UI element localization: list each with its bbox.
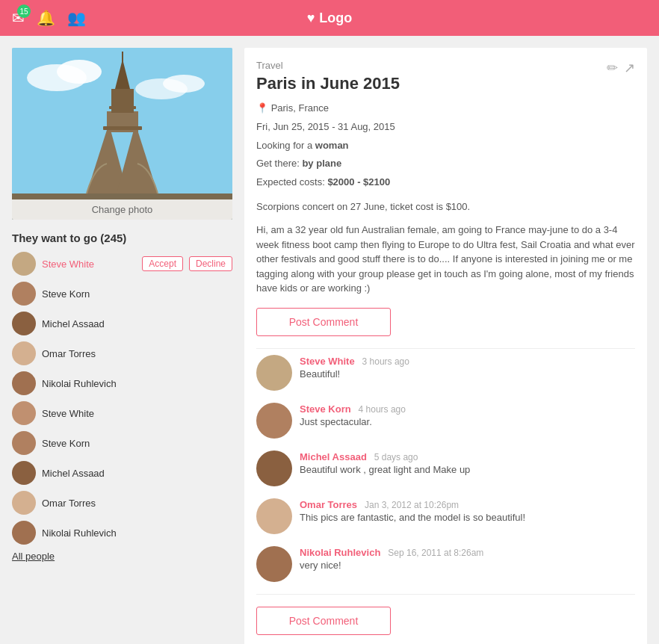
svg-rect-12 xyxy=(103,126,142,130)
comment-time: Sep 16, 2011 at 8:26am xyxy=(388,548,483,558)
divider-bottom xyxy=(256,594,635,595)
decline-button[interactable]: Decline xyxy=(189,256,232,271)
notifications-icon[interactable]: 🔔 xyxy=(37,9,55,27)
person-name[interactable]: Steve White xyxy=(42,408,232,419)
comment-time: 3 hours ago xyxy=(362,356,409,367)
comment-text: Beautiful work , great light and Make up xyxy=(300,464,635,475)
category-label: Travel xyxy=(256,60,400,71)
trip-description-2: Hi, am a 32 year old fun Australian fema… xyxy=(256,223,635,296)
trip-title: Paris in June 2015 xyxy=(256,74,400,93)
right-panel: Travel Paris in June 2015 ✏ ↗ 📍 Paris, F… xyxy=(244,48,647,644)
comment-avatar xyxy=(256,355,292,391)
post-comment-bottom-button[interactable]: Post Comment xyxy=(256,607,391,635)
logo: ♥ Logo xyxy=(307,10,353,26)
person-row: Nikolai Ruhlevich xyxy=(12,371,232,395)
comment-text: Just spectacular. xyxy=(300,416,635,427)
share-icon[interactable]: ↗ xyxy=(624,60,635,76)
accept-button[interactable]: Accept xyxy=(142,256,183,271)
svg-rect-9 xyxy=(111,89,134,113)
avatar xyxy=(12,491,36,515)
left-panel: Change photo They want to go (245) Steve… xyxy=(12,48,232,644)
photo-container[interactable]: Change photo xyxy=(12,48,232,220)
avatar xyxy=(12,371,36,395)
location-pin-icon: 📍 xyxy=(256,102,268,114)
person-name[interactable]: Nikolai Ruhlevich xyxy=(42,527,232,539)
avatar xyxy=(12,312,36,335)
svg-point-2 xyxy=(57,60,102,84)
comment-row: Steve Korn 4 hours ago Just spectacular. xyxy=(256,403,635,439)
person-row: Michel Assaad xyxy=(12,312,232,335)
trip-description-1: Scorpions concert on 27 June, ticket cos… xyxy=(256,199,635,214)
person-name[interactable]: Omar Torres xyxy=(42,348,232,359)
trip-looking-for: Looking for a woman xyxy=(256,138,635,154)
messages-badge: 15 xyxy=(17,4,31,18)
comment-content: Steve White 3 hours ago Beautiful! xyxy=(300,355,635,380)
person-row: Michel Assaad xyxy=(12,461,232,485)
person-name[interactable]: Nikolai Ruhlevich xyxy=(42,378,232,389)
person-name[interactable]: Steve Korn xyxy=(42,438,232,449)
comment-avatar xyxy=(256,451,292,486)
avatar xyxy=(12,521,36,545)
comment-text: Beautiful! xyxy=(300,368,635,380)
comment-author[interactable]: Steve White xyxy=(300,356,355,367)
svg-point-4 xyxy=(163,75,205,93)
avatar xyxy=(12,282,36,306)
they-want-title: They want to go (245) xyxy=(12,232,232,244)
eiffel-tower-image xyxy=(12,48,232,220)
comment-row: Omar Torres Jan 3, 2012 at 10:26pm This … xyxy=(256,498,635,534)
person-row: Omar Torres xyxy=(12,491,232,515)
comments-container: Steve White 3 hours ago Beautiful! Steve… xyxy=(256,355,635,582)
avatar xyxy=(12,341,36,365)
person-row: Steve Korn xyxy=(12,431,232,455)
comment-text: This pics are fantastic, and the model i… xyxy=(300,512,635,523)
post-comment-top-button[interactable]: Post Comment xyxy=(256,308,391,336)
comment-row: Michel Assaad 5 days ago Beautiful work … xyxy=(256,451,635,486)
comment-author[interactable]: Omar Torres xyxy=(300,499,357,510)
divider xyxy=(256,348,635,349)
person-name-steve-white-1[interactable]: Steve White xyxy=(42,258,136,270)
person-row: Steve Korn xyxy=(12,282,232,306)
trip-get-there: Get there: by plane xyxy=(256,156,635,172)
person-name[interactable]: Michel Assaad xyxy=(42,468,232,479)
comment-avatar xyxy=(256,546,292,582)
comment-content: Steve Korn 4 hours ago Just spectacular. xyxy=(300,403,635,427)
avatar xyxy=(12,461,36,485)
comment-time: 4 hours ago xyxy=(359,404,406,415)
top-navigation: ✉ 15 🔔 👥 ♥ Logo xyxy=(0,0,659,36)
comment-author[interactable]: Michel Assaad xyxy=(300,451,367,462)
comment-time: 5 days ago xyxy=(374,452,418,462)
person-name[interactable]: Steve Korn xyxy=(42,288,232,300)
avatar xyxy=(12,401,36,425)
people-icon[interactable]: 👥 xyxy=(67,9,86,27)
person-row: Nikolai Ruhlevich xyxy=(12,521,232,545)
comment-author[interactable]: Steve Korn xyxy=(300,403,351,415)
person-row: Steve White xyxy=(12,401,232,425)
comment-time: Jan 3, 2012 at 10:26pm xyxy=(365,500,459,510)
change-photo-bar[interactable]: Change photo xyxy=(12,199,232,220)
comment-content: Michel Assaad 5 days ago Beautiful work … xyxy=(300,451,635,475)
comment-avatar xyxy=(256,403,292,439)
person-row: Omar Torres xyxy=(12,341,232,365)
heart-icon: ♥ xyxy=(307,10,315,26)
person-row: Steve White Accept Decline xyxy=(12,252,232,276)
comment-content: Nikolai Ruhlevich Sep 16, 2011 at 8:26am… xyxy=(300,546,635,571)
trip-dates: Fri, Jun 25, 2015 - 31 Aug, 2015 xyxy=(256,120,635,135)
comment-avatar xyxy=(256,498,292,534)
comment-row: Steve White 3 hours ago Beautiful! xyxy=(256,355,635,391)
avatar xyxy=(12,431,36,455)
comment-content: Omar Torres Jan 3, 2012 at 10:26pm This … xyxy=(300,498,635,523)
person-name[interactable]: Omar Torres xyxy=(42,498,232,509)
comment-row: Nikolai Ruhlevich Sep 16, 2011 at 8:26am… xyxy=(256,546,635,582)
messages-icon[interactable]: ✉ 15 xyxy=(12,9,25,27)
they-want-section: They want to go (245) Steve White Accept… xyxy=(12,232,232,562)
trip-costs: Expected costs: $2000 - $2100 xyxy=(256,175,635,191)
comment-text: very nice! xyxy=(300,560,635,571)
person-name[interactable]: Michel Assaad xyxy=(42,318,232,329)
avatar xyxy=(12,252,36,276)
edit-icon[interactable]: ✏ xyxy=(607,60,618,76)
comment-author[interactable]: Nikolai Ruhlevich xyxy=(300,547,380,558)
all-people-link[interactable]: All people xyxy=(12,551,232,562)
svg-rect-13 xyxy=(109,106,136,109)
trip-location: 📍 Paris, France xyxy=(256,101,635,117)
